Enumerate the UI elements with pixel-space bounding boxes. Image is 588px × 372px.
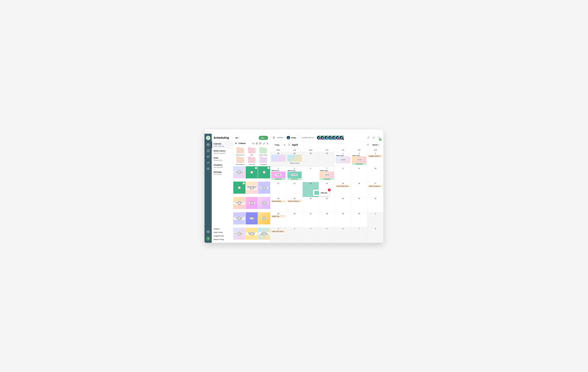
media-thumb[interactable]: Hashtags [258,212,270,224]
calendar-day[interactable]: 16 [351,182,368,197]
nav-media-library[interactable]: Media LibraryUpload, organize [212,148,233,155]
nav-hashtags[interactable]: HashtagsPre-set lists [212,170,233,177]
calendar-day[interactable]: 1DRAFT: SOCI...2:00 PM [335,152,351,167]
today-button[interactable]: Today [273,143,282,147]
media-thumb[interactable]: Create a Team on Pallyy [233,197,245,209]
calendar-day[interactable]: 6 [335,227,351,242]
calendar-day[interactable]: 10 [367,167,384,182]
calendar-day[interactable]: 5 [319,227,335,242]
schedule-icon[interactable] [256,142,258,145]
bio-link-nav-icon[interactable] [207,161,210,164]
calendar-day[interactable]: 9 [351,167,368,182]
calendar-day[interactable]: 26 [286,212,303,227]
team-switcher-icon[interactable] [206,236,210,241]
calendar-day[interactable]: 30 [303,152,319,167]
calendar-day[interactable]: 2DRAFT: CRE...2:00 PMAPPROVED [351,152,368,167]
settings-nav-icon[interactable] [207,230,210,233]
media-thumb[interactable]: 5 Ways to Revive an Inactive Instagram P… [246,181,258,194]
media-thumb[interactable]: A Four Step Marketing Funnel [258,228,270,240]
folder-campaigns[interactable]: Campaigns [258,157,268,165]
inbox-nav-icon[interactable] [207,155,210,158]
menu-icon[interactable] [273,136,275,139]
prev-month-icon[interactable] [283,143,286,146]
calendar-nav-icon[interactable] [207,143,210,146]
calendar-day[interactable]: 8 [335,167,351,182]
scheduled-post[interactable]: DRAFT: HAS...2:00 PMAPPROVED [271,170,286,180]
calendar-settings-icon[interactable] [367,144,369,146]
media-thumb[interactable]: LinkedIn Analytics [233,166,245,178]
comment-icon[interactable] [263,142,265,145]
media-thumb[interactable]: Let's socialize: [258,181,270,194]
close-window-icon[interactable] [206,131,208,132]
calendar-day[interactable]: 15Good Friday (Victor... [335,182,351,197]
calendar-day[interactable]: 4DRAFT: HAS...2:00 PMAPPROVED [270,167,286,182]
explore-nav-icon[interactable] [207,167,210,170]
calendar-day[interactable]: 28 [319,212,335,227]
new-post-button[interactable]: New+ [259,136,268,140]
calendar-day[interactable]: 20 [303,197,319,212]
notifications-icon[interactable]: 50+ [378,136,381,140]
calendar-day[interactable]: 7DRAFT: HOW...2:00 PMAPPROVED [319,167,335,182]
media-thumb[interactable]: Auto Posting for Carousels [233,212,245,224]
calendar-day[interactable]: 30 [351,212,368,227]
calendar-day[interactable]: 3Daylight Saving Tim... [367,152,384,167]
media-thumb[interactable] [233,181,245,194]
calendar-day[interactable]: 24 [367,197,384,212]
media-thumb[interactable]: New Video Covers [233,228,245,240]
scheduled-post[interactable] [287,155,302,161]
media-thumb[interactable]: Pallyy [246,212,258,224]
folder-tips-tricks[interactable]: Tips & Tricks [258,148,268,156]
view-selector[interactable]: Month▼ [370,143,381,147]
media-thumb[interactable] [258,166,270,178]
calendar-day[interactable]: 6 [303,167,319,182]
calendar-day[interactable]: 31 [319,152,335,167]
calendar-day[interactable]: 29Thanks to the tea [286,152,303,167]
calendar-day[interactable]: 25ANZAC Day [270,212,286,227]
nav-templates[interactable]: TemplatesPre-set drafts [212,162,233,170]
calendar-day[interactable]: 28 [270,152,286,167]
folder-ugc[interactable]: UGC [247,148,257,156]
media-thumb[interactable]: PRODUCTIVITY CHECK IN: [246,228,258,240]
calendar-day[interactable]: 7 [351,227,368,242]
scheduled-post[interactable]: DRAFT: HOW...2:00 PMAPPROVED [320,170,334,180]
calendar-day[interactable]: 17Easter Sunday (regi... [367,182,384,197]
media-thumb[interactable]: Post Feedback [258,197,270,209]
add-to-grid-icon[interactable] [259,142,262,145]
calendar-day[interactable]: 1 [367,212,384,227]
footer-help-center[interactable]: Help Center [212,231,233,234]
media-thumb[interactable] [246,166,258,178]
scheduled-post[interactable]: DRAFT: SOCI...2:00 PMAPPROVED [287,170,302,180]
footer-support[interactable]: Support [212,227,233,231]
folder-carousel[interactable]: Carousel [247,157,257,165]
media-thumb[interactable]: Hashtags [246,197,258,209]
scheduled-post[interactable]: DRAFT: CRE...2:00 PMAPPROVED [352,155,367,165]
calendar-day[interactable]: 8 [367,227,384,242]
media-filter-dropdown[interactable]: All▼ [235,137,240,139]
calendar-day[interactable]: 3 [286,227,303,242]
more-posts-button[interactable]: Thanks to the tea [287,162,302,165]
next-month-icon[interactable] [287,143,291,146]
calendar-day[interactable]: 27 [303,212,319,227]
calendar-day[interactable]: 29 [335,212,351,227]
delete-icon[interactable] [266,142,269,145]
folder-test-posts-1[interactable]: Test Posts #1 [235,148,245,156]
calendar-day[interactable]: 4 [303,227,319,242]
refresh-icon[interactable] [367,136,370,140]
clear-selection-icon[interactable]: ✕ [235,142,237,145]
folder-new-features[interactable]: New Features [235,157,245,165]
brand-selector[interactable]: pPallyy [286,135,300,140]
activity-icon[interactable] [372,136,376,140]
scheduled-post[interactable] [271,155,286,161]
channel-tiktok[interactable]: p [339,135,344,140]
calendar-day[interactable]: 12 [286,182,303,197]
calendar-day[interactable]: 23 [351,197,368,212]
calendar-day[interactable]: 22 [335,197,351,212]
scheduled-post[interactable]: DRAFT: SOCI...2:00 PM [336,155,350,163]
nav-grids[interactable]: GridsVisually plan [212,155,233,162]
maximize-window-icon[interactable] [212,131,213,132]
footer-report-a-bug[interactable]: Report a Bug [212,238,233,241]
calendar-day[interactable]: 18Easter Monday [270,197,286,212]
minimize-window-icon[interactable] [209,131,211,132]
calendar-day[interactable]: 21 [319,197,335,212]
calendar-day[interactable]: 11 [270,182,286,197]
